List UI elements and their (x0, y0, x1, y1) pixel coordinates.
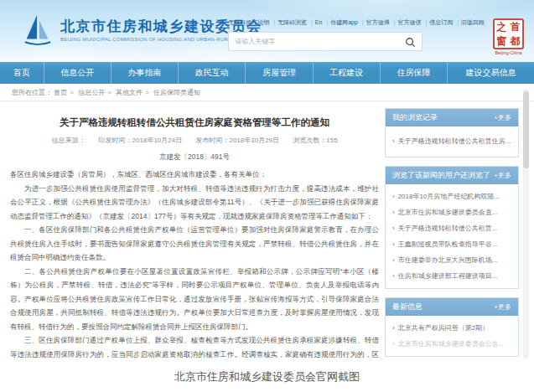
breadcrumb-separator: > (107, 89, 111, 96)
breadcrumb-other-documents[interactable]: 其他文件 (116, 89, 143, 96)
toplink-accessibility-instructions[interactable]: 无障碍操作说明 (228, 19, 269, 25)
arrow-icon: › (392, 193, 395, 200)
list-item[interactable]: ›北京共有产权房问答（第2期） (392, 320, 511, 336)
seal-char: 首 (511, 20, 521, 34)
breadcrumb-housing-security-notice[interactable]: 住房保障类通知 (153, 89, 200, 96)
nav-item-info-disclosure[interactable]: 信息公开 (44, 62, 111, 84)
nav-item-home[interactable]: 首页 (0, 62, 44, 84)
article-salutation: 各区住房城乡建设委（房管局），东城区、西城区住房城市建设委，各有关单位： (10, 168, 379, 182)
toplink-wechat[interactable]: 官方微信 (391, 19, 422, 25)
toplink-subscribe[interactable]: 信息订阅 (423, 19, 453, 25)
article-meta: 信息来源： 印发时间：2018年10月24日 发布时间：2018年10月29日 … (10, 136, 379, 145)
nav-item-public-interaction[interactable]: 政民互动 (178, 62, 245, 84)
toplink-old-version[interactable]: 旧版回顾 (454, 19, 485, 25)
list-item[interactable]: ›北京市住房和城乡建设委员会直... (392, 204, 511, 220)
article-paragraph: 二、各公共租赁住房产权单位要在小区显著位置设置政策宣传栏、举报箱和公示牌，公示牌… (10, 265, 379, 334)
toplink-english[interactable]: En (308, 19, 322, 25)
sidebar-box-title: 浏览了该新闻的用户还浏览了 (392, 167, 490, 184)
breadcrumb: 您所在位置： 首页> 信息公开> 其他文件> 住房保障类通知 (0, 84, 534, 101)
sidebar-box-also-viewed: 浏览了该新闻的用户还浏览了 +更多 ›2018年10月房地产经纪机构双随... … (385, 166, 519, 289)
sidebar-box-header: 浏览了该新闻的用户还浏览了 +更多 (386, 167, 518, 184)
article-paragraph: 为进一步加强公共租赁住房使用监督管理，加大对转租、转借等违法违规行为打击力度，提… (10, 182, 379, 224)
sidebar-box-latest-info: 最新信息 +更多 ›北京共有产权房问答（第2期） ›北京市住房和城乡建设委员会公… (385, 297, 519, 357)
page: 北京市住房和城乡建设委员会 BEIJING MUNICIPAL COMMISSI… (0, 0, 534, 392)
arrow-icon: › (392, 209, 395, 216)
list-item[interactable]: ›王鑫副巡视员带队检查指导平谷... (392, 236, 511, 252)
arrow-icon: › (392, 340, 395, 348)
breadcrumb-separator: > (70, 89, 74, 96)
sidebar-box-title: 我的浏览记录 (392, 109, 438, 126)
sidebar-box-header: 我的浏览记录 +更多 (386, 109, 518, 126)
search-icon[interactable] (405, 36, 416, 47)
meta-publish-date: 发布时间：2018年10月29日 (195, 137, 279, 144)
document-number: 京建发〔2018〕491号 (10, 152, 379, 162)
seal-char: 之 (496, 20, 506, 34)
sidebar-box-header: 最新信息 +更多 (386, 298, 518, 316)
sidebar-box-title: 最新信息 (392, 298, 423, 316)
article-title: 关于严格违规转租转借公共租赁住房家庭资格管理等工作的通知 (34, 116, 355, 130)
arrow-icon: › (392, 224, 395, 232)
nav-item-housing-security[interactable]: 住房保障 (380, 62, 447, 84)
toplink-app[interactable]: 住建网app (324, 19, 358, 25)
meta-view-count: 浏览次数：155 (293, 137, 337, 144)
list-item[interactable]: ›关于严格违规转租转借公共租赁... (392, 220, 511, 236)
list-item[interactable]: ›关于严格违规转租转借公共租赁住房... (392, 131, 511, 152)
search-bar (228, 32, 423, 51)
capital-window-seal[interactable]: 之 首 窗 都 Beijing-China (493, 18, 524, 55)
utility-links: 无障碍操作说明 无障碍浏览 En 住建网app 官方微博 官方微信 信息订阅 旧… (228, 18, 485, 27)
breadcrumb-home[interactable]: 首页 (54, 89, 67, 96)
list-item[interactable]: ›住房和城乡建设部工程建设项目... (392, 268, 511, 284)
nav-item-housing-management[interactable]: 房屋管理 (245, 62, 312, 84)
more-link[interactable]: +更多 (494, 298, 511, 316)
seal-characters: 之 首 窗 都 (493, 18, 524, 49)
seal-caption: Beijing-China (495, 50, 522, 54)
website-screenshot: 北京市住房和城乡建设委员会 BEIJING MUNICIPAL COMMISSI… (0, 0, 534, 360)
more-link[interactable]: +更多 (494, 167, 511, 184)
seal-char: 都 (511, 34, 521, 48)
search-input[interactable] (235, 38, 405, 45)
list-item[interactable]: ›市住建委举办北京大兴国际机场... (392, 252, 511, 268)
breadcrumb-info-disclosure[interactable]: 信息公开 (78, 89, 105, 96)
arrow-icon: › (392, 256, 395, 264)
list-item[interactable]: ›北京市住房和城乡建设委员会公告... (392, 336, 511, 352)
article-paragraph: 三、区住房保障部门通过产权单位上报、群众举报、核查检查等方式发现公共租赁住房承租… (10, 333, 379, 360)
nav-item-service-guide[interactable]: 办事指南 (111, 62, 178, 84)
meta-source: 信息来源： (51, 137, 85, 144)
arrow-icon: › (392, 240, 395, 248)
nav-item-engineering-construction[interactable]: 工程建设 (313, 62, 380, 84)
toplink-accessibility-browse[interactable]: 无障碍浏览 (271, 19, 307, 25)
scrollbar-thumb[interactable] (523, 91, 529, 168)
sailboat-logo-icon (22, 13, 54, 48)
arrow-icon: › (392, 324, 395, 332)
meta-print-date: 印发时间：2018年10月24日 (99, 137, 183, 144)
nav-item-construction-trading-info[interactable]: 建设交易信息 (447, 62, 534, 84)
main-content: 关于严格违规转租转借公共租赁住房家庭资格管理等工作的通知 信息来源： 印发时间：… (0, 101, 534, 360)
sidebar: 我的浏览记录 +更多 ›关于严格违规转租转借公共租赁住房... 浏览了该新闻的用… (385, 108, 519, 360)
breadcrumb-separator: > (145, 89, 149, 96)
seal-char: 窗 (496, 34, 506, 48)
header-right: 无障碍操作说明 无障碍浏览 En 住建网app 官方微博 官方微信 信息订阅 旧… (228, 18, 524, 55)
article: 关于严格违规转租转借公共租赁住房家庭资格管理等工作的通知 信息来源： 印发时间：… (10, 105, 379, 360)
scrollbar[interactable] (523, 89, 529, 358)
main-nav: 首页 信息公开 办事指南 政民互动 房屋管理 工程建设 住房保障 建设交易信息 (0, 62, 534, 84)
sidebar-box-browsing-history: 我的浏览记录 +更多 ›关于严格违规转租转借公共租赁住房... (385, 108, 519, 157)
image-caption: 北京市住房和城乡建设委员会官网截图 (0, 360, 534, 384)
more-link[interactable]: +更多 (494, 109, 511, 126)
breadcrumb-label: 您所在位置： (12, 89, 52, 96)
article-paragraph: 一、各区住房保障部门和各公共租赁住房产权单位（运营管理单位）要加强对住房保障家庭… (10, 223, 379, 265)
arrow-icon: › (392, 137, 395, 145)
site-header: 北京市住房和城乡建设委员会 BEIJING MUNICIPAL COMMISSI… (0, 0, 534, 62)
toplink-weibo[interactable]: 官方微博 (360, 19, 390, 25)
arrow-icon: › (392, 272, 395, 280)
list-item[interactable]: ›2018年10月房地产经纪机构双随... (392, 188, 511, 204)
